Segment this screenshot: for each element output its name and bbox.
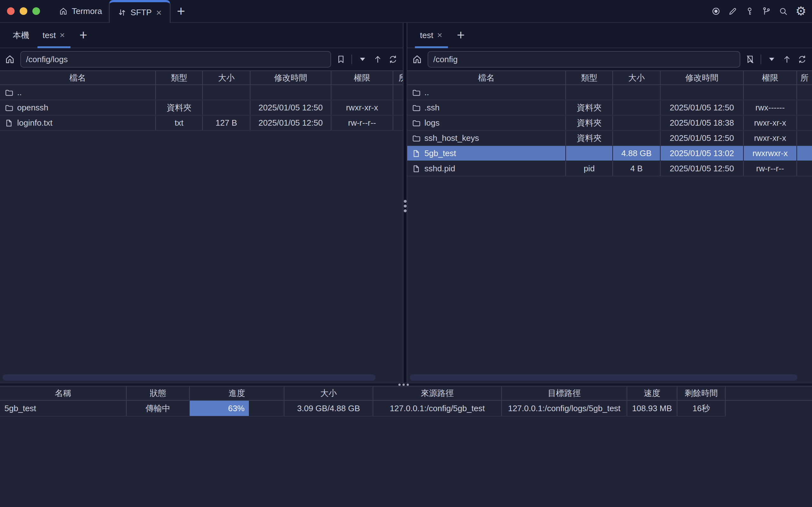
column-header[interactable]: 進度 bbox=[190, 386, 284, 400]
folder-icon bbox=[412, 119, 421, 127]
column-header[interactable]: 類型 bbox=[156, 71, 203, 85]
progress-bar: 63% bbox=[190, 401, 249, 416]
file-row[interactable]: loginfo.txttxt127 B2025/01/05 12:50rw-r-… bbox=[0, 115, 403, 130]
filename-label: .. bbox=[424, 88, 429, 97]
left-new-pane-tab-button[interactable]: + bbox=[74, 27, 93, 43]
zoom-window-button[interactable] bbox=[33, 7, 40, 15]
right-horizontal-scrollbar-thumb[interactable] bbox=[410, 374, 797, 381]
pane-tab-local[interactable]: 本機 bbox=[8, 23, 34, 48]
record-icon[interactable] bbox=[711, 6, 721, 16]
column-header[interactable]: 狀態 bbox=[126, 386, 190, 400]
close-pane-tab-icon[interactable]: × bbox=[436, 31, 443, 40]
column-header[interactable]: 大小 bbox=[613, 71, 660, 85]
cell-size bbox=[203, 100, 250, 115]
file-row[interactable]: sshd.pidpid4 B2025/01/05 12:50rw-r--r-- bbox=[407, 161, 812, 176]
transfer-panel-splitter[interactable] bbox=[0, 383, 812, 386]
folder-icon bbox=[412, 88, 421, 97]
home-directory-icon[interactable] bbox=[4, 54, 16, 65]
cell-filename: loginfo.txt bbox=[0, 115, 156, 130]
divider bbox=[351, 55, 352, 64]
pane-splitter[interactable] bbox=[403, 23, 407, 383]
cell-size bbox=[613, 85, 660, 100]
column-header[interactable]: 權限 bbox=[744, 71, 797, 85]
filename-label: ssh_host_keys bbox=[424, 133, 479, 143]
cell-mtime: 2025/01/05 12:50 bbox=[250, 100, 331, 115]
refresh-icon[interactable] bbox=[797, 54, 808, 65]
column-header[interactable]: 所 bbox=[797, 71, 812, 85]
close-window-button[interactable] bbox=[7, 7, 15, 15]
column-header[interactable]: 大小 bbox=[203, 71, 250, 85]
edit-pencil-icon[interactable] bbox=[728, 6, 738, 16]
file-row[interactable]: .. bbox=[0, 85, 403, 100]
titlebar: Termora SFTP × + bbox=[0, 0, 812, 23]
cell-mtime bbox=[250, 85, 331, 100]
file-row[interactable]: logs資料夾2025/01/05 18:38rwxr-xr-x bbox=[407, 115, 812, 130]
cell-permissions: rw-r--r-- bbox=[744, 161, 797, 176]
divider bbox=[761, 55, 761, 64]
home-directory-icon[interactable] bbox=[412, 54, 423, 65]
close-sftp-tab-icon[interactable]: × bbox=[156, 8, 163, 17]
cell-size bbox=[613, 130, 660, 146]
left-path-input[interactable] bbox=[20, 51, 331, 68]
parent-directory-icon[interactable] bbox=[372, 54, 383, 65]
search-icon[interactable] bbox=[779, 6, 788, 16]
cell-progress: 63% bbox=[190, 400, 284, 416]
file-row[interactable]: .ssh資料夾2025/01/05 12:50rwx------ bbox=[407, 100, 812, 115]
column-header[interactable]: 名稱 bbox=[0, 386, 126, 400]
bookmark-dropdown-caret-icon[interactable] bbox=[357, 54, 368, 65]
column-header[interactable]: 目標路徑 bbox=[501, 386, 627, 400]
pane-tab-test-remote[interactable]: test × bbox=[415, 23, 448, 48]
bookmark-icon[interactable] bbox=[335, 54, 346, 65]
settings-gear-icon[interactable]: ⚙ bbox=[796, 6, 806, 16]
column-header[interactable]: 來源路徑 bbox=[373, 386, 501, 400]
column-header[interactable]: 檔名 bbox=[407, 71, 566, 85]
left-horizontal-scrollbar-thumb[interactable] bbox=[3, 374, 376, 381]
column-header[interactable]: 檔名 bbox=[0, 71, 156, 85]
file-row[interactable]: openssh資料夾2025/01/05 12:50rwxr-xr-x bbox=[0, 100, 403, 115]
tab-sftp[interactable]: SFTP × bbox=[109, 0, 170, 23]
left-file-table-area: 檔名類型大小修改時間權限所..openssh資料夾2025/01/05 12:5… bbox=[0, 70, 403, 383]
cell-filename: .ssh bbox=[407, 100, 566, 115]
column-header[interactable]: 速度 bbox=[627, 386, 677, 400]
bookmark-slash-icon[interactable] bbox=[745, 54, 756, 65]
cell-permissions: rwx------ bbox=[744, 100, 797, 115]
tab-termora-home[interactable]: Termora bbox=[51, 0, 109, 22]
new-window-tab-button[interactable]: + bbox=[170, 1, 192, 21]
home-icon bbox=[58, 6, 68, 16]
parent-directory-icon[interactable] bbox=[781, 54, 792, 65]
cell-owner bbox=[393, 85, 403, 100]
minimize-window-button[interactable] bbox=[20, 7, 27, 15]
column-header[interactable]: 修改時間 bbox=[250, 71, 331, 85]
column-header[interactable]: 類型 bbox=[566, 71, 613, 85]
progress-label: 63% bbox=[228, 404, 245, 413]
column-header[interactable]: 剩餘時間 bbox=[677, 386, 725, 400]
file-row[interactable]: ssh_host_keys資料夾2025/01/05 12:50rwxr-xr-… bbox=[407, 130, 812, 146]
column-header[interactable]: 權限 bbox=[331, 71, 393, 85]
filename-label: .ssh bbox=[424, 103, 440, 112]
file-row[interactable]: .. bbox=[407, 85, 812, 100]
git-branch-icon[interactable] bbox=[762, 6, 771, 16]
right-path-input[interactable] bbox=[428, 51, 740, 68]
bookmark-dropdown-caret-icon[interactable] bbox=[766, 54, 777, 65]
cell-type: txt bbox=[156, 115, 203, 130]
pane-tab-test[interactable]: test × bbox=[38, 23, 70, 48]
refresh-icon[interactable] bbox=[388, 54, 398, 65]
cell-type: 資料夾 bbox=[566, 100, 613, 115]
column-header[interactable]: 所 bbox=[393, 71, 403, 85]
cell-type: 資料夾 bbox=[156, 100, 203, 115]
right-new-pane-tab-button[interactable]: + bbox=[451, 27, 471, 43]
column-header[interactable]: 大小 bbox=[284, 386, 373, 400]
key-icon[interactable] bbox=[745, 6, 755, 16]
file-icon bbox=[412, 149, 421, 158]
column-header[interactable]: 修改時間 bbox=[660, 71, 744, 85]
right-file-pane: test × + 檔名類型大小修改時間權限所...ssh資料夾2025/01 bbox=[407, 23, 812, 383]
file-row[interactable]: 5gb_test4.88 GB2025/01/05 13:02rwxrwxr-x bbox=[407, 146, 812, 161]
cell-permissions: rwxr-xr-x bbox=[331, 100, 393, 115]
close-pane-tab-icon[interactable]: × bbox=[59, 31, 65, 40]
cell-type: pid bbox=[566, 161, 613, 176]
cell-speed: 108.93 MB bbox=[627, 400, 677, 416]
transfer-row[interactable]: 5gb_test傳輸中63%3.09 GB/4.88 GB127.0.0.1:/… bbox=[0, 400, 812, 416]
cell-filler bbox=[725, 400, 812, 416]
termora-window: Termora SFTP × + bbox=[0, 0, 812, 507]
cell-mtime bbox=[660, 85, 744, 100]
